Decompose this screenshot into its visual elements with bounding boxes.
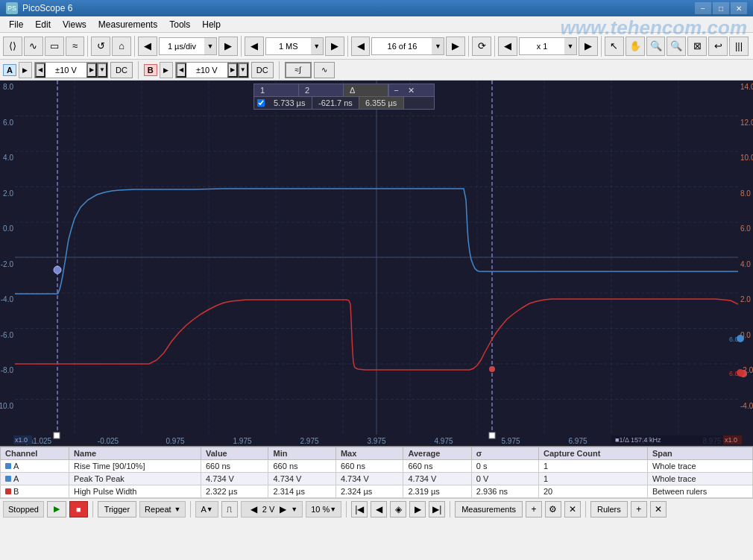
zoom-out-btn[interactable]: 🔍 bbox=[667, 37, 686, 56]
ch-b-label[interactable]: B bbox=[144, 64, 157, 76]
maximize-button[interactable]: □ bbox=[713, 2, 729, 14]
rulers-btn[interactable]: Rulers bbox=[590, 501, 628, 517]
col-capture-count: Capture Count bbox=[538, 447, 647, 460]
minimize-button[interactable]: − bbox=[695, 2, 711, 14]
nav-mark-btn[interactable]: ◈ bbox=[390, 501, 406, 517]
capture-right[interactable]: ▶ bbox=[446, 37, 465, 56]
waveform-btn-4[interactable]: ≈ bbox=[66, 37, 85, 56]
ruler-expand-btn[interactable]: ✕ bbox=[403, 84, 418, 96]
zoom-fit-btn[interactable]: ⊠ bbox=[687, 37, 707, 56]
voltage-dropdown[interactable]: ▼ bbox=[291, 506, 297, 513]
ch-a-voltage-dropdown[interactable]: ▼ bbox=[97, 63, 107, 78]
ch-a-label[interactable]: A bbox=[3, 64, 16, 76]
ruler-end-spacer2 bbox=[419, 97, 434, 109]
timebase-right[interactable]: ▶ bbox=[218, 37, 238, 56]
refresh-btn[interactable]: ↺ bbox=[91, 37, 110, 56]
ch-a-voltage-right[interactable]: ▶ bbox=[86, 63, 97, 78]
rulers-remove-btn[interactable]: ✕ bbox=[650, 501, 667, 517]
collection-left[interactable]: ◀ bbox=[245, 37, 264, 56]
cell-capture-count: 20 bbox=[538, 485, 647, 498]
scope-display[interactable]: 8.0 6.0 4.0 2.0 0.0 -2.0 -4.0 -6.0 -8.0 … bbox=[0, 81, 753, 446]
meas-remove-btn[interactable]: ✕ bbox=[564, 501, 581, 517]
undo-btn[interactable]: ↩ bbox=[708, 37, 728, 56]
waveform-btn-1[interactable]: ⟨⟩ bbox=[3, 37, 22, 56]
ch-b-voltage-dropdown[interactable]: ▼ bbox=[238, 63, 248, 78]
menu-edit[interactable]: Edit bbox=[29, 18, 57, 31]
capture-left[interactable]: ◀ bbox=[351, 37, 371, 56]
cell-span: Between rulers bbox=[647, 485, 752, 498]
ruler-check-input[interactable] bbox=[257, 99, 265, 107]
cursor-btn[interactable]: ↖ bbox=[605, 37, 624, 56]
sep2 bbox=[134, 36, 135, 57]
capture-dropdown[interactable]: ▼ bbox=[432, 38, 444, 54]
waveform-btn-2[interactable]: ∿ bbox=[24, 37, 43, 56]
signal-gen-btn[interactable]: ∿ bbox=[314, 62, 335, 78]
close-button[interactable]: ✕ bbox=[731, 2, 747, 14]
ch-b-coupling[interactable]: DC bbox=[251, 62, 274, 78]
home-btn[interactable]: ⌂ bbox=[112, 37, 131, 56]
stopped-status: Stopped bbox=[3, 501, 44, 517]
svg-text:3.975: 3.975 bbox=[367, 437, 385, 445]
sep1 bbox=[87, 36, 88, 57]
meas-add-btn[interactable]: + bbox=[526, 501, 542, 517]
zoom-in-btn[interactable]: 🔍 bbox=[646, 37, 666, 56]
svg-text:-0.025: -0.025 bbox=[98, 437, 119, 445]
refresh2-btn[interactable]: ⟳ bbox=[472, 37, 491, 56]
ruler-close-btn[interactable]: − bbox=[388, 84, 403, 96]
zoom-select: x 1 ▼ bbox=[519, 37, 577, 55]
meas-settings-btn[interactable]: ⚙ bbox=[545, 501, 561, 517]
ruler-box: 1 2 Δ − ✕ 5.733 µs -621.7 ns 6.355 µs bbox=[253, 84, 435, 110]
waveform-btn-3[interactable]: ▭ bbox=[45, 37, 64, 56]
menu-views[interactable]: Views bbox=[57, 18, 92, 31]
ch-b-voltage-left[interactable]: ◀ bbox=[176, 63, 186, 78]
play-btn[interactable]: ▶ bbox=[47, 501, 66, 517]
menu-measurements[interactable]: Measurements bbox=[92, 18, 163, 31]
nav-start-btn[interactable]: |◀ bbox=[351, 501, 368, 517]
cell-channel: A bbox=[1, 473, 69, 485]
svg-point-56 bbox=[54, 266, 61, 274]
zoom-left[interactable]: ◀ bbox=[498, 37, 517, 56]
ch-a-coupling[interactable]: DC bbox=[110, 62, 133, 78]
math-btn[interactable]: ≈∫ bbox=[285, 62, 312, 78]
menu-help[interactable]: Help bbox=[196, 18, 227, 31]
ch-b-voltage-right[interactable]: ▶ bbox=[227, 63, 238, 78]
nav-right-btn[interactable]: ▶ bbox=[409, 501, 426, 517]
repeat-dropdown[interactable]: ▼ bbox=[174, 506, 181, 513]
svg-text:x1.0: x1.0 bbox=[725, 436, 737, 444]
cell-sigma: 2.936 ns bbox=[471, 485, 538, 498]
scope-area[interactable]: V V bbox=[0, 81, 753, 446]
zoom-dropdown[interactable]: ▼ bbox=[564, 38, 576, 54]
percent-dropdown[interactable]: ▼ bbox=[330, 506, 336, 513]
nav-left-btn[interactable]: ◀ bbox=[371, 501, 387, 517]
trigger-btn[interactable]: Trigger bbox=[98, 501, 136, 517]
menu-tools[interactable]: Tools bbox=[163, 18, 196, 31]
zoom-right[interactable]: ▶ bbox=[579, 37, 598, 56]
hand-btn[interactable]: ✋ bbox=[626, 37, 645, 56]
col-span: Span bbox=[647, 447, 752, 460]
svg-text:-1.025: -1.025 bbox=[31, 437, 52, 445]
measurements-btn[interactable]: Measurements bbox=[455, 501, 523, 517]
stop-btn[interactable]: ■ bbox=[69, 501, 88, 517]
more-btn[interactable]: ||| bbox=[729, 37, 749, 56]
app-icon: PS bbox=[6, 2, 18, 14]
nav-end-btn[interactable]: ▶| bbox=[429, 501, 445, 517]
collection-right[interactable]: ▶ bbox=[325, 37, 344, 56]
cell-span: Whole trace bbox=[647, 473, 752, 485]
trigger-channel-dropdown[interactable]: ▼ bbox=[207, 506, 213, 513]
voltage-left[interactable]: ◀ bbox=[246, 501, 262, 517]
svg-text:2.975: 2.975 bbox=[300, 437, 318, 445]
ch-b-expand[interactable]: ▶ bbox=[160, 62, 173, 78]
timebase-dropdown[interactable]: ▼ bbox=[204, 38, 216, 54]
ch-a-expand[interactable]: ▶ bbox=[19, 62, 32, 78]
collection-dropdown[interactable]: ▼ bbox=[311, 38, 323, 54]
cell-name: Peak To Peak bbox=[69, 473, 201, 485]
timebase-select: 1 µs/div ▼ bbox=[159, 37, 217, 55]
menu-file[interactable]: File bbox=[3, 18, 29, 31]
voltage-right[interactable]: ▶ bbox=[274, 501, 291, 517]
rulers-add-btn[interactable]: + bbox=[631, 501, 647, 517]
svg-text:6.0: 6.0 bbox=[3, 119, 13, 127]
ruler-end-spacer bbox=[404, 97, 419, 109]
timebase-left[interactable]: ◀ bbox=[138, 37, 157, 56]
trigger-icon-btn[interactable]: ⎍ bbox=[221, 501, 238, 517]
ch-a-voltage-left[interactable]: ◀ bbox=[35, 63, 45, 78]
